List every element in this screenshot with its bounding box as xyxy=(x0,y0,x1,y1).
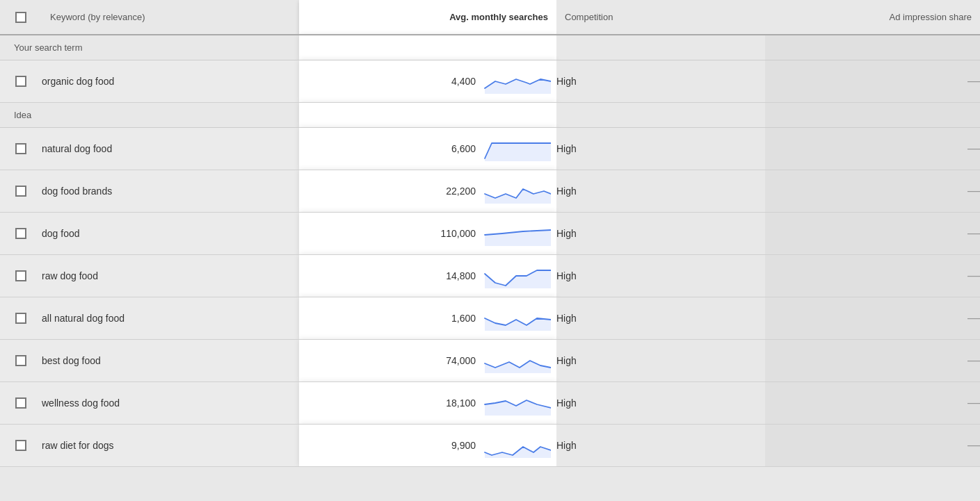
keyword-cell: best dog food xyxy=(42,339,299,381)
search-count: 14,800 xyxy=(437,270,476,281)
competition-cell: High xyxy=(556,381,765,424)
competition-value: High xyxy=(556,76,577,87)
ad-impression-cell: — xyxy=(765,339,980,381)
competition-value: High xyxy=(556,355,577,366)
competition-value: High xyxy=(556,186,577,197)
table-row: raw dog food 14,800 High — xyxy=(0,254,980,297)
keyword-text: dog food xyxy=(42,228,80,239)
row-checkbox[interactable] xyxy=(15,186,26,197)
keyword-cell: all natural dog food xyxy=(42,297,299,339)
sparkline-chart xyxy=(481,433,551,458)
section-label: Idea xyxy=(0,102,299,127)
row-checkbox-cell[interactable] xyxy=(0,381,42,424)
ad-impression-value: — xyxy=(967,74,980,88)
sparkline-chart xyxy=(481,391,551,416)
ad-impression-cell: — xyxy=(765,60,980,102)
keyword-cell: dog food xyxy=(42,212,299,254)
ad-impression-cell: — xyxy=(765,127,980,170)
search-count: 9,900 xyxy=(437,440,476,451)
ad-impression-cell: — xyxy=(765,170,980,212)
ad-impression-value: — xyxy=(967,226,980,240)
search-count: 6,600 xyxy=(437,143,476,154)
ad-impression-cell: — xyxy=(765,254,980,297)
ad-impression-column-header: Ad impression share xyxy=(765,0,980,35)
searches-cell: 14,800 xyxy=(299,254,556,297)
svg-marker-8 xyxy=(485,447,551,458)
search-count: 1,600 xyxy=(437,313,476,324)
sparkline-chart xyxy=(481,221,551,246)
header-checkbox-cell[interactable] xyxy=(0,0,42,35)
competition-value: High xyxy=(556,143,577,154)
keyword-column-header: Keyword (by relevance) xyxy=(42,0,299,35)
sparkline-chart xyxy=(481,263,551,288)
search-count: 74,000 xyxy=(437,355,476,366)
keyword-cell: raw diet for dogs xyxy=(42,424,299,466)
sparkline-chart xyxy=(481,136,551,161)
row-checkbox-cell[interactable] xyxy=(0,60,42,102)
keyword-cell: raw dog food xyxy=(42,254,299,297)
keyword-text: wellness dog food xyxy=(42,397,120,409)
searches-cell: 6,600 xyxy=(299,127,556,170)
competition-column-header: Competition xyxy=(556,0,765,35)
table-row: natural dog food 6,600 High — xyxy=(0,127,980,170)
section-label: Your search term xyxy=(0,35,299,60)
ad-impression-cell: — xyxy=(765,212,980,254)
row-checkbox-cell[interactable] xyxy=(0,127,42,170)
table-row: all natural dog food 1,600 High — xyxy=(0,297,980,339)
ad-impression-cell: — xyxy=(765,381,980,424)
competition-cell: High xyxy=(556,170,765,212)
keyword-cell: organic dog food xyxy=(42,60,299,102)
table-row: raw diet for dogs 9,900 High — xyxy=(0,424,980,466)
competition-value: High xyxy=(556,270,577,281)
row-checkbox-cell[interactable] xyxy=(0,424,42,466)
table-row: dog food 110,000 High — xyxy=(0,212,980,254)
select-all-checkbox[interactable] xyxy=(15,12,26,23)
ad-impression-cell: — xyxy=(765,424,980,466)
searches-cell: 74,000 xyxy=(299,339,556,381)
keyword-cell: wellness dog food xyxy=(42,381,299,424)
ad-impression-value: — xyxy=(967,311,980,325)
keyword-text: dog food brands xyxy=(42,186,112,197)
keyword-text: raw dog food xyxy=(42,270,98,281)
ad-impression-value: — xyxy=(967,438,980,452)
keyword-text: all natural dog food xyxy=(42,313,124,324)
competition-cell: High xyxy=(556,339,765,381)
competition-cell: High xyxy=(556,60,765,102)
row-checkbox-cell[interactable] xyxy=(0,254,42,297)
row-checkbox[interactable] xyxy=(15,440,26,451)
row-checkbox-cell[interactable] xyxy=(0,297,42,339)
ad-impression-value: — xyxy=(967,353,980,367)
keyword-text: raw diet for dogs xyxy=(42,440,114,451)
keyword-text: best dog food xyxy=(42,355,101,366)
row-checkbox-cell[interactable] xyxy=(0,212,42,254)
row-checkbox[interactable] xyxy=(15,76,26,87)
row-checkbox[interactable] xyxy=(15,228,26,239)
row-checkbox[interactable] xyxy=(15,397,26,409)
competition-value: High xyxy=(556,440,577,451)
search-count: 110,000 xyxy=(437,228,476,239)
searches-cell: 4,400 xyxy=(299,60,556,102)
searches-column-header: Avg. monthly searches xyxy=(299,0,556,35)
row-checkbox-cell[interactable] xyxy=(0,170,42,212)
ad-impression-value: — xyxy=(967,395,980,409)
row-checkbox-cell[interactable] xyxy=(0,339,42,381)
ad-impression-value: — xyxy=(967,268,980,282)
ad-impression-value: — xyxy=(967,183,980,197)
row-checkbox[interactable] xyxy=(15,313,26,324)
table-row: dog food brands 22,200 High — xyxy=(0,170,980,212)
keyword-text: organic dog food xyxy=(42,76,114,87)
searches-cell: 22,200 xyxy=(299,170,556,212)
keyword-text: natural dog food xyxy=(42,143,112,154)
keyword-table-container: Keyword (by relevance) Avg. monthly sear… xyxy=(0,0,980,467)
row-checkbox[interactable] xyxy=(15,355,26,366)
competition-cell: High xyxy=(556,212,765,254)
competition-value: High xyxy=(556,228,577,239)
row-checkbox[interactable] xyxy=(15,270,26,281)
row-checkbox[interactable] xyxy=(15,143,26,154)
svg-marker-1 xyxy=(485,143,551,161)
table-row: organic dog food 4,400 High — xyxy=(0,60,980,102)
section-header-1: Idea xyxy=(0,102,980,127)
searches-cell: 18,100 xyxy=(299,381,556,424)
sparkline-chart xyxy=(481,348,551,373)
table-row: best dog food 74,000 High — xyxy=(0,339,980,381)
